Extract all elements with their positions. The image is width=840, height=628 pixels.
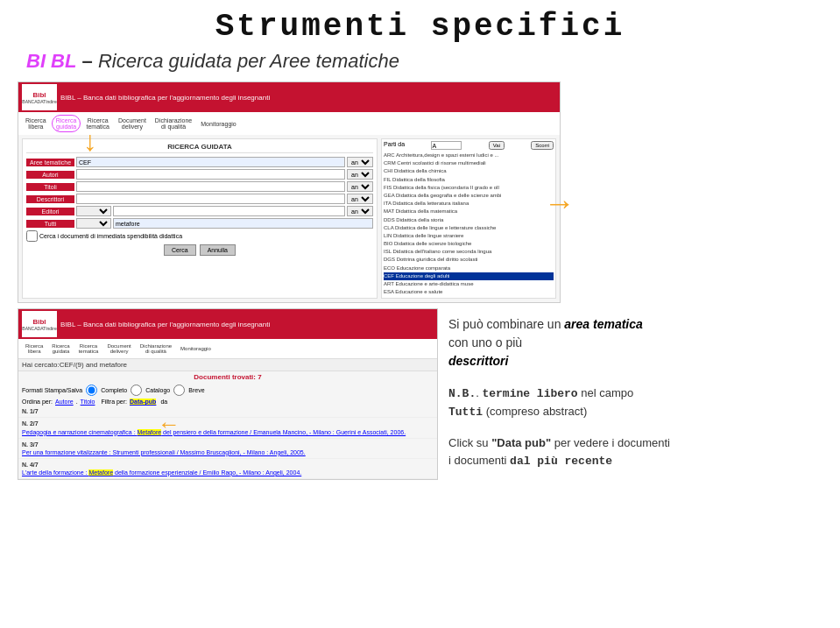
results-list-area: Parti da Vai Scorri ARC Architettura,des…: [381, 138, 556, 299]
format-row: Formati Stampa/Salva Completo Catalogo B…: [18, 383, 437, 398]
form-buttons: Cerca Annulla: [26, 244, 373, 256]
form-row-descrittori: Descrittori and: [26, 194, 373, 204]
input-aree[interactable]: [76, 157, 345, 167]
result-item-ita[interactable]: ITA Didattica della letteratura italiana: [384, 200, 554, 208]
result-item-gea[interactable]: GEA Didattica della geografia e delle sc…: [384, 192, 554, 200]
nav-ricerca-libera[interactable]: Ricercalibera: [22, 116, 50, 131]
filtra-da: da: [160, 399, 167, 405]
bottom-nav-ricerca-guidata[interactable]: Ricercaguidata: [48, 342, 73, 356]
result-item-dds[interactable]: DDS Didattica della storia: [384, 216, 554, 224]
checkbox-spendibilita: Cerca i documenti di immediata spendibil…: [26, 230, 373, 242]
result-item-lin[interactable]: LIN Didattica delle lingue straniere: [384, 232, 554, 240]
filtra-label: Filtra per:: [101, 399, 127, 405]
result-item-isl[interactable]: ISL Didattica dell'italiano come seconda…: [384, 248, 554, 256]
result-item-cef[interactable]: CEF Educazione degli adulti: [384, 272, 554, 280]
doc-link-3[interactable]: Per una formazione vitalizzante : Strume…: [22, 449, 306, 455]
nav-document-delivery[interactable]: Documentdelivery: [115, 116, 150, 131]
doc-link-4[interactable]: L'arte della formazione : Metafore della…: [22, 469, 301, 476]
arrow-left-icon: ←: [158, 411, 180, 438]
compreso-text: (compreso abstract): [486, 405, 588, 418]
input-titoli[interactable]: [76, 181, 345, 192]
doc-num-3: N. 3/7: [22, 441, 39, 448]
format-completo-label: Completo: [101, 387, 127, 393]
format-catalogo-radio[interactable]: [131, 385, 142, 396]
cerca-button[interactable]: Cerca: [164, 244, 196, 256]
scorri-button[interactable]: Scorri: [531, 141, 554, 150]
select-titoli[interactable]: and: [347, 181, 373, 192]
ordina-titolo-link[interactable]: Titolo: [81, 399, 95, 405]
bibl-logo-area: Bibl BANCADATIndire BIBL – Banca dati bi…: [22, 84, 270, 110]
annulla-button[interactable]: Annulla: [200, 244, 236, 256]
subtitle-rest: Ricerca guidata per Aree tematiche: [98, 50, 399, 72]
bottom-nav-monitoraggio[interactable]: Monitoraggio: [177, 344, 215, 353]
label-titoli: Titoli: [26, 183, 74, 191]
bibl-logo-area-bottom: Bibl BANCADATIndire BIBL – Banca dati bi…: [22, 311, 270, 337]
bottom-nav-dichiarazione[interactable]: Dichiarazionedi qualità: [137, 342, 175, 356]
ricerca-guidata-section: RICERCA GUIDATA Aree tematiche and Autor…: [18, 135, 560, 302]
form-row-tutti: Tutti: [26, 218, 373, 229]
top-nav-bar: Ricercalibera Ricercaguidata Ricercatema…: [18, 112, 560, 135]
select-aree[interactable]: and: [347, 157, 373, 167]
checkbox-label: Cerca i documenti di immediata spendibil…: [39, 233, 182, 239]
result-item-chi[interactable]: CHI Didattica della chimica: [384, 167, 554, 175]
bibl-header-text-bottom: BIBL – Banca dati bibliografica per l'ag…: [60, 321, 270, 328]
ordina-sep: .: [76, 399, 78, 405]
bibl-logo: Bibl BANCADATIndire: [22, 84, 57, 110]
result-item-fis[interactable]: FIS Didattica della fisica (secondaria I…: [384, 184, 554, 192]
doc-link-2[interactable]: Pedagogia e narrazione cinematografica :…: [22, 429, 406, 435]
nav-monitoraggio[interactable]: Monitoraggio: [197, 119, 239, 129]
bottom-nav-ricerca-tematica[interactable]: Ricercatematica: [75, 342, 102, 356]
select-editori[interactable]: and: [347, 206, 373, 216]
nav-dichiarazione[interactable]: Dichiarazionedi qualità: [152, 116, 195, 131]
subtitle-bibl: BI BL: [26, 50, 76, 72]
doc-num-2: N. 2/7: [22, 420, 39, 427]
vai-button[interactable]: Vai: [489, 141, 505, 150]
result-item-cla[interactable]: CLA Didattica delle lingue e letterature…: [384, 224, 554, 232]
bottom-nav-ricerca-libera[interactable]: Ricercalibera: [22, 342, 46, 356]
arrow-down-icon: ↓: [83, 127, 97, 155]
area-tematica-text: area tematica: [564, 317, 643, 331]
result-item-crm[interactable]: CRM Centri scolastici di risorse multime…: [384, 159, 554, 167]
parti-da-label: Parti da: [384, 141, 405, 150]
top-screenshot: Bibl BANCADATIndire BIBL – Banca dati bi…: [18, 81, 561, 303]
input-editori[interactable]: [113, 206, 345, 216]
combine-text-1: Si può combinare un: [448, 317, 561, 331]
doc-item-2: N. 2/7 Pedagogia e narrazione cinematogr…: [18, 418, 437, 438]
format-completo-radio[interactable]: [86, 385, 97, 396]
format-breve-radio[interactable]: [173, 385, 185, 396]
label-aree: Aree tematiche: [26, 159, 74, 166]
dropdown-tutti[interactable]: [76, 218, 111, 229]
input-descrittori[interactable]: [76, 194, 345, 204]
checkbox-spendibilita-input[interactable]: [26, 230, 38, 242]
result-item-bio[interactable]: BIO Didattica delle scienze biologiche: [384, 240, 554, 248]
select-descrittori[interactable]: and: [347, 194, 373, 204]
ordina-autore-link[interactable]: Autore: [55, 399, 74, 405]
result-item-fil[interactable]: FIL Didattica della filosofia: [384, 176, 554, 184]
select-autori[interactable]: and: [347, 169, 373, 180]
nav-ricerca-guidata[interactable]: Ricercaguidata: [52, 115, 81, 132]
result-item-eco[interactable]: ECO Educazione comparata: [384, 265, 554, 272]
input-tutti[interactable]: [113, 218, 373, 229]
bibl-header-top: Bibl BANCADATIndire BIBL – Banca dati bi…: [18, 82, 560, 112]
result-item-mat[interactable]: MAT Didattica della matematica: [384, 208, 554, 215]
nb-description: N.B.. termine libero nel campo Tutti (co…: [448, 385, 822, 420]
datapub-text: "Data pub": [491, 436, 551, 449]
result-item-dgs[interactable]: DGS Dottrina giuridica del diritto scola…: [384, 256, 554, 264]
result-item-esa[interactable]: ESA Educazione e salute: [384, 288, 554, 296]
top-right-panel: [571, 81, 822, 303]
bottom-nav-document-delivery[interactable]: Documentdelivery: [103, 342, 134, 356]
termine-libero: termine libero: [482, 387, 577, 400]
dropdown-editori[interactable]: [76, 206, 111, 216]
form-title: RICERCA GUIDATA: [26, 143, 373, 153]
highlight-4: Metafore: [88, 469, 113, 476]
input-autori[interactable]: [76, 169, 345, 180]
page-container: Strumenti specifici BI BL – Ricerca guid…: [0, 0, 840, 628]
label-editori: Editori: [26, 208, 74, 215]
result-item-arc[interactable]: ARC Architettura,design e spazi esterni …: [384, 152, 554, 159]
nb-prefix: N.B.: [448, 387, 476, 400]
filtra-datapub-link[interactable]: Data-pub: [130, 399, 156, 405]
parti-da-input[interactable]: [431, 141, 462, 150]
result-item-art[interactable]: ART Educazione e arte-didattica muse: [384, 280, 554, 288]
doc-item-1: N. 1/7: [18, 406, 437, 418]
bibl-logo-sub: BANCADATIndire: [22, 99, 56, 104]
